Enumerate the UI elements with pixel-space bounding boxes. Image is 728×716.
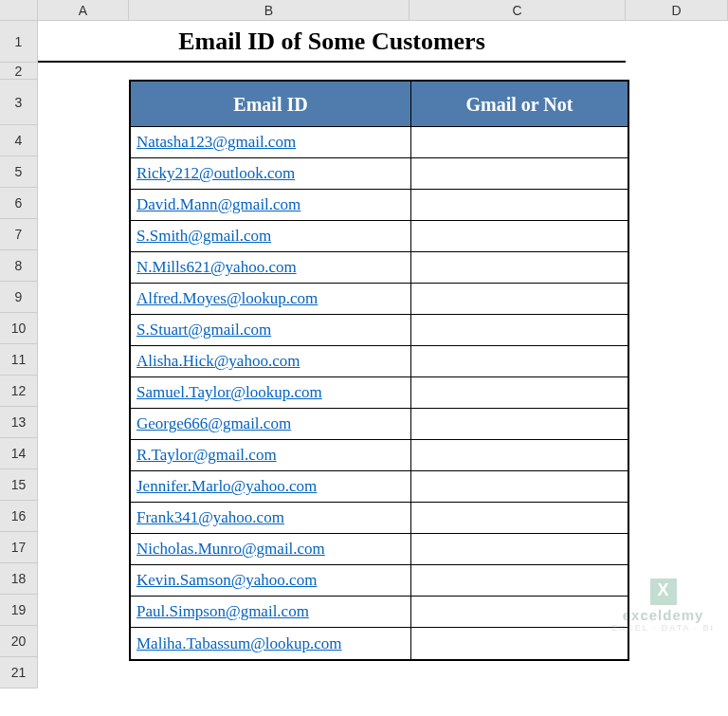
table-row: Maliha.Tabassum@lookup.com xyxy=(131,628,628,659)
cell-gmail-or-not[interactable] xyxy=(411,377,628,409)
cell-gmail-or-not[interactable] xyxy=(411,565,628,597)
col-header-C[interactable]: C xyxy=(410,0,626,21)
row-headers: 1 2 3 4 5 6 7 8 9 10 11 12 13 14 15 16 1… xyxy=(0,21,38,688)
row-header-6[interactable]: 6 xyxy=(0,188,38,219)
cell-gmail-or-not[interactable] xyxy=(411,503,628,534)
row-header-9[interactable]: 9 xyxy=(0,282,38,313)
email-link[interactable]: Nicholas.Munro@gmail.com xyxy=(136,540,325,559)
cell-email[interactable]: Kevin.Samson@yahoo.com xyxy=(131,565,411,597)
row-header-15[interactable]: 15 xyxy=(0,469,38,501)
row-header-1[interactable]: 1 xyxy=(0,21,38,63)
cell-gmail-or-not[interactable] xyxy=(411,158,628,190)
table-row: Natasha123@gmail.com xyxy=(131,127,628,158)
row-header-5[interactable]: 5 xyxy=(0,156,38,188)
row-header-12[interactable]: 12 xyxy=(0,376,38,407)
cell-email[interactable]: Samuel.Taylor@lookup.com xyxy=(131,377,411,409)
col-header-D[interactable]: D xyxy=(626,0,728,21)
table-row: George666@gmail.com xyxy=(131,409,628,440)
email-link[interactable]: N.Mills621@yahoo.com xyxy=(136,258,297,277)
email-link[interactable]: R.Taylor@gmail.com xyxy=(136,446,277,465)
row-header-19[interactable]: 19 xyxy=(0,595,38,626)
email-link[interactable]: Jennifer.Marlo@yahoo.com xyxy=(136,477,317,496)
row-header-20[interactable]: 20 xyxy=(0,626,38,657)
table-row: Samuel.Taylor@lookup.com xyxy=(131,377,628,409)
row-header-17[interactable]: 17 xyxy=(0,532,38,563)
row-header-21[interactable]: 21 xyxy=(0,657,38,688)
email-link[interactable]: Alisha.Hick@yahoo.com xyxy=(136,352,300,371)
cell-email[interactable]: Alisha.Hick@yahoo.com xyxy=(131,346,411,377)
email-link[interactable]: George666@gmail.com xyxy=(136,414,291,433)
cell-email[interactable]: David.Mann@gmail.com xyxy=(131,190,411,221)
cell-email[interactable]: Natasha123@gmail.com xyxy=(131,127,411,158)
table-row: Ricky212@outlook.com xyxy=(131,158,628,190)
cell-email[interactable]: R.Taylor@gmail.com xyxy=(131,440,411,471)
cell-gmail-or-not[interactable] xyxy=(411,284,628,315)
excel-icon xyxy=(650,578,677,605)
row-header-4[interactable]: 4 xyxy=(0,125,38,156)
table-row: R.Taylor@gmail.com xyxy=(131,440,628,471)
row-header-14[interactable]: 14 xyxy=(0,438,38,469)
cell-email[interactable]: George666@gmail.com xyxy=(131,409,411,440)
cell-gmail-or-not[interactable] xyxy=(411,221,628,252)
cell-email[interactable]: Nicholas.Munro@gmail.com xyxy=(131,534,411,565)
cell-gmail-or-not[interactable] xyxy=(411,190,628,221)
cell-gmail-or-not[interactable] xyxy=(411,409,628,440)
email-link[interactable]: Frank341@yahoo.com xyxy=(136,508,284,527)
row-header-18[interactable]: 18 xyxy=(0,563,38,595)
row-header-3[interactable]: 3 xyxy=(0,80,38,125)
cell-gmail-or-not[interactable] xyxy=(411,252,628,284)
cell-email[interactable]: Ricky212@outlook.com xyxy=(131,158,411,190)
cell-gmail-or-not[interactable] xyxy=(411,127,628,158)
table-row: S.Smith@gmail.com xyxy=(131,221,628,252)
row-header-13[interactable]: 13 xyxy=(0,407,38,438)
col-header-A[interactable]: A xyxy=(38,0,129,21)
col-gmail-or-not[interactable]: Gmail or Not xyxy=(411,82,628,127)
select-all-corner[interactable] xyxy=(0,0,38,21)
email-link[interactable]: S.Stuart@gmail.com xyxy=(136,321,271,340)
email-link[interactable]: Paul.Simpson@gmail.com xyxy=(136,602,309,621)
table-row: Paul.Simpson@gmail.com xyxy=(131,597,628,628)
cell-email[interactable]: Jennifer.Marlo@yahoo.com xyxy=(131,471,411,503)
cell-gmail-or-not[interactable] xyxy=(411,534,628,565)
row-header-10[interactable]: 10 xyxy=(0,313,38,344)
cell-email[interactable]: S.Stuart@gmail.com xyxy=(131,315,411,346)
table-row: Jennifer.Marlo@yahoo.com xyxy=(131,471,628,503)
email-link[interactable]: Kevin.Samson@yahoo.com xyxy=(136,571,317,590)
cell-gmail-or-not[interactable] xyxy=(411,440,628,471)
email-link[interactable]: Ricky212@outlook.com xyxy=(136,164,295,183)
cell-gmail-or-not[interactable] xyxy=(411,628,628,659)
row-header-2[interactable]: 2 xyxy=(0,63,38,80)
table-header-row: Email ID Gmail or Not xyxy=(131,82,628,127)
cell-email[interactable]: Alfred.Moyes@lookup.com xyxy=(131,284,411,315)
cell-gmail-or-not[interactable] xyxy=(411,471,628,503)
table-row: S.Stuart@gmail.com xyxy=(131,315,628,346)
col-header-B[interactable]: B xyxy=(129,0,410,21)
row-header-16[interactable]: 16 xyxy=(0,501,38,532)
table-row: Alfred.Moyes@lookup.com xyxy=(131,284,628,315)
data-table: Email ID Gmail or Not Natasha123@gmail.c… xyxy=(129,80,629,661)
email-link[interactable]: S.Smith@gmail.com xyxy=(136,227,271,246)
cell-email[interactable]: Maliha.Tabassum@lookup.com xyxy=(131,628,411,659)
table-row: Frank341@yahoo.com xyxy=(131,503,628,534)
table-row: David.Mann@gmail.com xyxy=(131,190,628,221)
row-header-7[interactable]: 7 xyxy=(0,219,38,250)
column-headers: A B C D xyxy=(38,0,728,21)
email-link[interactable]: David.Mann@gmail.com xyxy=(136,195,300,214)
cell-email[interactable]: N.Mills621@yahoo.com xyxy=(131,252,411,284)
email-link[interactable]: Natasha123@gmail.com xyxy=(136,133,296,152)
col-email-id[interactable]: Email ID xyxy=(131,82,411,127)
page-title[interactable]: Email ID of Some Customers xyxy=(38,21,626,63)
cell-gmail-or-not[interactable] xyxy=(411,346,628,377)
cell-email[interactable]: Frank341@yahoo.com xyxy=(131,503,411,534)
table-row: N.Mills621@yahoo.com xyxy=(131,252,628,284)
row-header-8[interactable]: 8 xyxy=(0,250,38,282)
row-header-11[interactable]: 11 xyxy=(0,344,38,376)
cell-email[interactable]: Paul.Simpson@gmail.com xyxy=(131,597,411,628)
cell-gmail-or-not[interactable] xyxy=(411,315,628,346)
cell-gmail-or-not[interactable] xyxy=(411,597,628,628)
email-link[interactable]: Maliha.Tabassum@lookup.com xyxy=(136,634,342,653)
email-link[interactable]: Samuel.Taylor@lookup.com xyxy=(136,383,322,402)
table-row: Alisha.Hick@yahoo.com xyxy=(131,346,628,377)
email-link[interactable]: Alfred.Moyes@lookup.com xyxy=(136,289,318,308)
cell-email[interactable]: S.Smith@gmail.com xyxy=(131,221,411,252)
